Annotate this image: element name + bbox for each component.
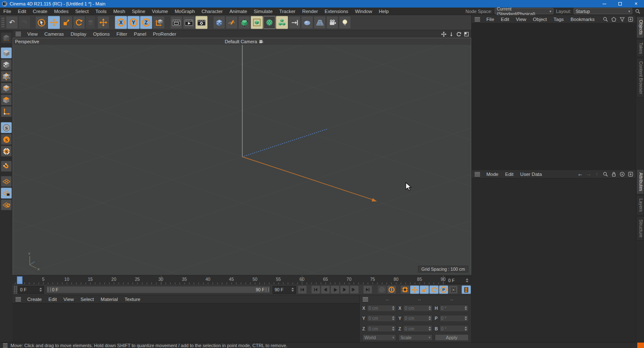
coordinate-value-field[interactable]: 0 cm (367, 305, 396, 312)
menu-item-create[interactable]: Create (29, 9, 51, 14)
viewport-camera-label[interactable]: Default Camera (225, 38, 263, 45)
next-frame-button[interactable] (340, 285, 349, 294)
panel-tab-structure[interactable]: Structure (636, 216, 644, 241)
coordinate-system-button[interactable] (153, 16, 165, 29)
render-settings-button[interactable] (195, 16, 208, 29)
render-view-button[interactable] (170, 16, 182, 29)
menu-item-select[interactable]: Select (72, 9, 92, 14)
close-button[interactable]: × (628, 0, 644, 8)
rotate-view-icon[interactable] (455, 31, 462, 37)
add-cube-button[interactable] (213, 16, 225, 29)
menu-item-render[interactable]: Render (299, 9, 322, 14)
lock-y-axis-button[interactable]: Y (127, 16, 140, 29)
menu-item-material[interactable]: Material (97, 297, 121, 302)
menu-item-extensions[interactable]: Extensions (321, 9, 351, 14)
object-menu-icon[interactable] (475, 17, 480, 21)
menu-item-animate[interactable]: Animate (226, 9, 250, 14)
lock-workplane-button[interactable] (1, 188, 12, 199)
menu-item-window[interactable]: Window (352, 9, 376, 14)
point-mode-button[interactable] (1, 71, 12, 82)
keyframe-selection-button[interactable] (400, 285, 410, 294)
pen-spline-button[interactable] (226, 16, 238, 29)
menu-item-character[interactable]: Character (198, 9, 226, 14)
menu-item-options[interactable]: Options (90, 31, 113, 37)
menu-item-user-data[interactable]: User Data (517, 172, 545, 177)
enable-axis-button[interactable] (1, 106, 12, 117)
menu-item-spline[interactable]: Spline (128, 9, 148, 14)
search-icon[interactable] (635, 8, 641, 15)
panel-tab-layers[interactable]: Layers (636, 195, 644, 215)
coordinate-value-field[interactable]: 0 cm (403, 325, 432, 332)
apply-button[interactable]: Apply (435, 334, 469, 341)
viewport-menu-icon[interactable] (16, 32, 21, 36)
menu-item-volume[interactable]: Volume (148, 9, 171, 14)
menu-item-bookmarks[interactable]: Bookmarks (567, 17, 598, 22)
snap-settings-button[interactable]: S (1, 134, 12, 145)
home-icon[interactable] (610, 16, 617, 23)
menu-item-mograph[interactable]: MoGraph (171, 9, 198, 14)
attribute-menu-icon[interactable] (475, 172, 480, 176)
zoom-view-icon[interactable] (448, 31, 454, 37)
menu-item-edit[interactable]: Edit (498, 17, 513, 22)
viewport-canvas[interactable]: YX Grid Spacing : 100 cm (13, 45, 471, 275)
snap-modes-button[interactable]: S (1, 146, 12, 157)
end-frame-field[interactable]: 90 F (273, 286, 296, 294)
coordinate-value-field[interactable]: 0 cm (367, 315, 396, 322)
coordinate-value-field[interactable]: 0 ° (439, 305, 469, 312)
coordinate-menu-icon[interactable] (363, 297, 368, 301)
maximize-button[interactable] (612, 0, 628, 8)
record-rotation-button[interactable] (429, 285, 439, 294)
lock-x-axis-button[interactable]: X (115, 16, 127, 29)
menu-item-prorender[interactable]: ProRender (150, 31, 180, 37)
spinner-icon[interactable] (38, 288, 42, 292)
menu-item-cameras[interactable]: Cameras (41, 31, 68, 37)
spinner-icon[interactable] (390, 316, 395, 320)
subdivision-surface-button[interactable] (238, 16, 250, 29)
prev-key-button[interactable] (311, 285, 320, 294)
quantize-magnet-button[interactable] (1, 161, 12, 172)
spinner-icon[interactable] (463, 327, 467, 331)
light-button[interactable] (339, 16, 351, 29)
generator-button[interactable] (251, 16, 263, 29)
scale-tool-button[interactable] (60, 16, 73, 29)
spinner-icon[interactable] (427, 306, 431, 310)
preview-range-slider[interactable]: 0 F 90 F (46, 286, 270, 293)
pan-view-icon[interactable] (440, 31, 447, 37)
add-panel-icon[interactable] (627, 171, 634, 178)
menu-item-texture[interactable]: Texture (121, 297, 144, 302)
menu-item-help[interactable]: Help (376, 9, 392, 14)
menu-item-view[interactable]: View (24, 31, 41, 37)
spinner-icon[interactable] (290, 288, 294, 292)
object-tree-area[interactable] (472, 24, 636, 169)
parent-up-icon[interactable]: ↑ (593, 171, 600, 178)
toggle-panel-icon[interactable] (463, 31, 470, 37)
rotate-tool-button[interactable] (73, 16, 85, 29)
transport-drag-handle[interactable] (14, 286, 17, 293)
menu-item-mode[interactable]: Mode (483, 172, 502, 177)
coordinate-value-field[interactable]: 0 ° (439, 315, 469, 322)
search-icon[interactable] (602, 16, 609, 23)
perspective-viewport[interactable]: Perspective Default Camera YX (13, 38, 471, 275)
camera-button[interactable] (326, 16, 338, 29)
lock-icon[interactable] (610, 171, 617, 178)
material-menu-icon[interactable] (16, 297, 21, 301)
goto-end-button[interactable] (363, 285, 372, 294)
deformer-button[interactable] (263, 16, 275, 29)
menu-item-edit[interactable]: Edit (502, 172, 517, 177)
play-button[interactable] (330, 285, 340, 294)
menu-item-tools[interactable]: Tools (92, 9, 110, 14)
coordinate-system-select[interactable]: World▾ (362, 334, 396, 341)
edge-mode-button[interactable] (1, 83, 12, 94)
menu-item-tags[interactable]: Tags (550, 17, 567, 22)
history-forward-icon[interactable]: → (585, 171, 592, 178)
menu-item-mesh[interactable]: Mesh (110, 9, 128, 14)
menu-item-object[interactable]: Object (530, 17, 550, 22)
lock-z-axis-button[interactable]: Z (140, 16, 152, 29)
menu-item-modes[interactable]: Modes (51, 9, 72, 14)
node-space-select[interactable]: Current (Standard/Physical)▾ (495, 8, 553, 14)
record-pla-button[interactable] (449, 285, 458, 294)
status-menu-icon[interactable] (3, 343, 8, 348)
next-key-button[interactable] (350, 285, 359, 294)
live-selection-button[interactable] (35, 16, 47, 29)
coordinate-value-field[interactable]: 0 cm (403, 315, 432, 322)
